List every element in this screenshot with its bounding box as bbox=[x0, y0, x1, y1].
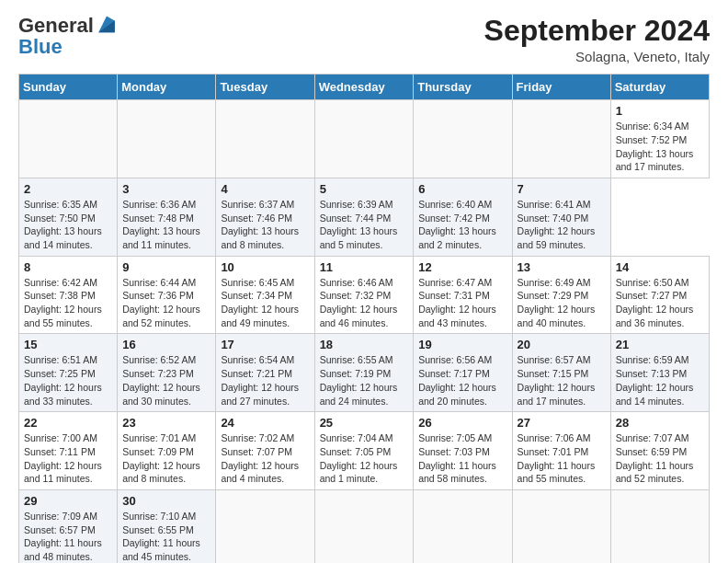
calendar-cell bbox=[216, 100, 314, 178]
daylight-text: Daylight: 12 hours and 46 minutes. bbox=[320, 304, 398, 328]
daylight-text: Daylight: 12 hours and 14 minutes. bbox=[616, 382, 694, 407]
day-info: Sunrise: 6:59 AMSunset: 7:13 PMDaylight:… bbox=[616, 353, 704, 408]
sunset-text: Sunset: 7:27 PM bbox=[616, 290, 688, 301]
sunrise-text: Sunrise: 6:35 AM bbox=[24, 199, 97, 210]
sunset-text: Sunset: 7:01 PM bbox=[518, 446, 589, 457]
calendar-cell: 16Sunrise: 6:52 AMSunset: 7:23 PMDayligh… bbox=[118, 334, 216, 412]
calendar-cell: 24Sunrise: 7:02 AMSunset: 7:07 PMDayligh… bbox=[216, 412, 314, 490]
sunset-text: Sunset: 7:03 PM bbox=[418, 446, 490, 457]
sunrise-text: Sunrise: 6:45 AM bbox=[221, 277, 294, 288]
day-info: Sunrise: 6:47 AMSunset: 7:31 PMDaylight:… bbox=[418, 276, 506, 330]
day-number: 18 bbox=[320, 338, 409, 351]
sunrise-text: Sunrise: 7:00 AM bbox=[24, 432, 97, 443]
col-thursday: Thursday bbox=[414, 75, 512, 100]
sunset-text: Sunset: 6:55 PM bbox=[122, 524, 194, 535]
sunset-text: Sunset: 7:21 PM bbox=[221, 368, 292, 379]
day-number: 27 bbox=[518, 416, 606, 430]
day-info: Sunrise: 6:36 AMSunset: 7:48 PMDaylight:… bbox=[122, 198, 210, 252]
daylight-text: Daylight: 12 hours and 43 minutes. bbox=[418, 304, 496, 328]
day-info: Sunrise: 6:55 AMSunset: 7:19 PMDaylight:… bbox=[320, 353, 409, 408]
daylight-text: Daylight: 12 hours and 52 minutes. bbox=[122, 304, 200, 328]
daylight-text: Daylight: 12 hours and 24 minutes. bbox=[320, 382, 398, 407]
daylight-text: Daylight: 13 hours and 8 minutes. bbox=[221, 225, 299, 250]
calendar-cell: 29Sunrise: 7:09 AMSunset: 6:57 PMDayligh… bbox=[19, 489, 118, 563]
sunrise-text: Sunrise: 6:39 AM bbox=[320, 199, 393, 210]
day-number: 19 bbox=[418, 338, 506, 351]
calendar-week-row: 8Sunrise: 6:42 AMSunset: 7:38 PMDaylight… bbox=[19, 256, 710, 334]
daylight-text: Daylight: 12 hours and 4 minutes. bbox=[221, 460, 299, 485]
sunrise-text: Sunrise: 7:09 AM bbox=[24, 511, 97, 522]
col-friday: Friday bbox=[512, 75, 610, 100]
calendar-cell: 3Sunrise: 6:36 AMSunset: 7:48 PMDaylight… bbox=[118, 178, 216, 256]
col-monday: Monday bbox=[118, 75, 216, 100]
sunset-text: Sunset: 7:05 PM bbox=[320, 446, 392, 457]
sunset-text: Sunset: 6:57 PM bbox=[24, 524, 96, 535]
sunrise-text: Sunrise: 6:34 AM bbox=[616, 121, 689, 132]
day-info: Sunrise: 6:50 AMSunset: 7:27 PMDaylight:… bbox=[616, 276, 704, 330]
calendar-cell bbox=[414, 100, 512, 178]
sunset-text: Sunset: 7:17 PM bbox=[418, 368, 490, 379]
day-number: 29 bbox=[24, 494, 112, 508]
header-row: Sunday Monday Tuesday Wednesday Thursday… bbox=[19, 75, 710, 100]
calendar-cell: 15Sunrise: 6:51 AMSunset: 7:25 PMDayligh… bbox=[19, 334, 118, 412]
month-title: September 2024 bbox=[484, 15, 710, 47]
daylight-text: Daylight: 12 hours and 30 minutes. bbox=[122, 382, 200, 407]
day-number: 13 bbox=[518, 260, 606, 274]
daylight-text: Daylight: 12 hours and 49 minutes. bbox=[221, 304, 299, 328]
calendar-cell: 1Sunrise: 6:34 AMSunset: 7:52 PMDaylight… bbox=[610, 100, 709, 178]
sunset-text: Sunset: 7:50 PM bbox=[24, 213, 96, 224]
day-info: Sunrise: 6:34 AMSunset: 7:52 PMDaylight:… bbox=[616, 120, 704, 174]
daylight-text: Daylight: 13 hours and 5 minutes. bbox=[320, 225, 398, 250]
daylight-text: Daylight: 13 hours and 14 minutes. bbox=[24, 225, 102, 250]
daylight-text: Daylight: 11 hours and 55 minutes. bbox=[518, 460, 596, 485]
calendar-week-row: 1Sunrise: 6:34 AMSunset: 7:52 PMDaylight… bbox=[19, 100, 710, 178]
day-info: Sunrise: 7:07 AMSunset: 6:59 PMDaylight:… bbox=[616, 431, 704, 486]
logo-general: General bbox=[18, 16, 94, 36]
day-number: 11 bbox=[320, 260, 409, 274]
sunrise-text: Sunrise: 7:10 AM bbox=[122, 511, 196, 522]
sunrise-text: Sunrise: 6:54 AM bbox=[221, 354, 294, 365]
sunset-text: Sunset: 7:23 PM bbox=[122, 368, 194, 379]
day-number: 3 bbox=[122, 182, 210, 196]
day-number: 21 bbox=[616, 338, 704, 351]
calendar-cell bbox=[610, 489, 709, 563]
day-info: Sunrise: 6:42 AMSunset: 7:38 PMDaylight:… bbox=[24, 276, 112, 330]
col-wednesday: Wednesday bbox=[314, 75, 414, 100]
sunrise-text: Sunrise: 7:02 AM bbox=[221, 432, 294, 443]
calendar-cell: 20Sunrise: 6:57 AMSunset: 7:15 PMDayligh… bbox=[512, 334, 610, 412]
sunrise-text: Sunrise: 6:41 AM bbox=[518, 199, 591, 210]
calendar-week-row: 29Sunrise: 7:09 AMSunset: 6:57 PMDayligh… bbox=[19, 489, 710, 563]
calendar-cell bbox=[118, 100, 216, 178]
sunrise-text: Sunrise: 6:59 AM bbox=[616, 354, 689, 365]
logo: General Blue bbox=[18, 15, 118, 59]
day-number: 6 bbox=[418, 182, 506, 196]
logo-icon bbox=[96, 15, 118, 37]
calendar-cell bbox=[314, 100, 414, 178]
calendar-cell: 13Sunrise: 6:49 AMSunset: 7:29 PMDayligh… bbox=[512, 256, 610, 334]
calendar-cell bbox=[512, 489, 610, 563]
day-number: 30 bbox=[122, 494, 210, 508]
day-number: 12 bbox=[418, 260, 506, 274]
sunrise-text: Sunrise: 7:06 AM bbox=[518, 432, 591, 443]
day-info: Sunrise: 7:04 AMSunset: 7:05 PMDaylight:… bbox=[320, 431, 409, 486]
daylight-text: Daylight: 12 hours and 33 minutes. bbox=[24, 382, 102, 407]
sunrise-text: Sunrise: 6:44 AM bbox=[122, 277, 196, 288]
sunset-text: Sunset: 7:07 PM bbox=[221, 446, 292, 457]
daylight-text: Daylight: 11 hours and 52 minutes. bbox=[616, 460, 694, 485]
sunset-text: Sunset: 7:11 PM bbox=[24, 446, 96, 457]
sunrise-text: Sunrise: 6:47 AM bbox=[418, 277, 492, 288]
calendar-cell: 9Sunrise: 6:44 AMSunset: 7:36 PMDaylight… bbox=[118, 256, 216, 334]
daylight-text: Daylight: 12 hours and 40 minutes. bbox=[518, 304, 596, 328]
calendar-cell: 12Sunrise: 6:47 AMSunset: 7:31 PMDayligh… bbox=[414, 256, 512, 334]
daylight-text: Daylight: 12 hours and 27 minutes. bbox=[221, 382, 299, 407]
day-info: Sunrise: 6:49 AMSunset: 7:29 PMDaylight:… bbox=[518, 276, 606, 330]
day-number: 16 bbox=[122, 338, 210, 351]
sunrise-text: Sunrise: 6:37 AM bbox=[221, 199, 294, 210]
sunset-text: Sunset: 7:25 PM bbox=[24, 368, 96, 379]
daylight-text: Daylight: 12 hours and 55 minutes. bbox=[24, 304, 102, 328]
day-number: 14 bbox=[616, 260, 704, 274]
title-block: September 2024 Solagna, Veneto, Italy bbox=[484, 15, 710, 64]
day-info: Sunrise: 7:06 AMSunset: 7:01 PMDaylight:… bbox=[518, 431, 606, 486]
sunset-text: Sunset: 7:40 PM bbox=[518, 213, 589, 224]
sunrise-text: Sunrise: 6:56 AM bbox=[418, 354, 492, 365]
